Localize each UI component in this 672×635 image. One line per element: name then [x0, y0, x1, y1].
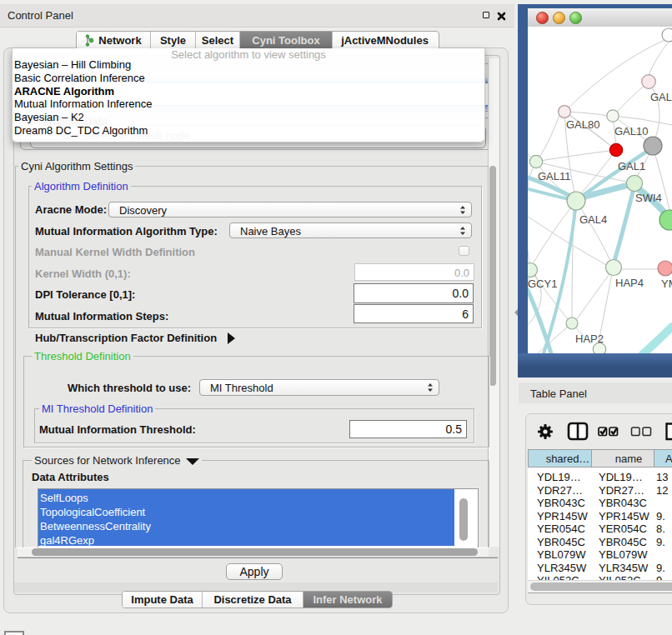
- svg-text:SWI4: SWI4: [635, 192, 662, 204]
- svg-text:HAP4: HAP4: [615, 277, 644, 289]
- svg-text:GAL80: GAL80: [566, 118, 599, 131]
- svg-text:GAL11: GAL11: [538, 170, 571, 182]
- svg-text:GAL1: GAL1: [618, 160, 645, 172]
- svg-text:GAL10: GAL10: [614, 125, 648, 138]
- svg-text:HAP2: HAP2: [575, 332, 604, 345]
- svg-text:GAL2: GAL2: [650, 91, 672, 103]
- svg-text:GAL4: GAL4: [579, 213, 607, 226]
- svg-text:GCY1: GCY1: [528, 278, 557, 290]
- svg-text:YM: YM: [661, 278, 672, 290]
